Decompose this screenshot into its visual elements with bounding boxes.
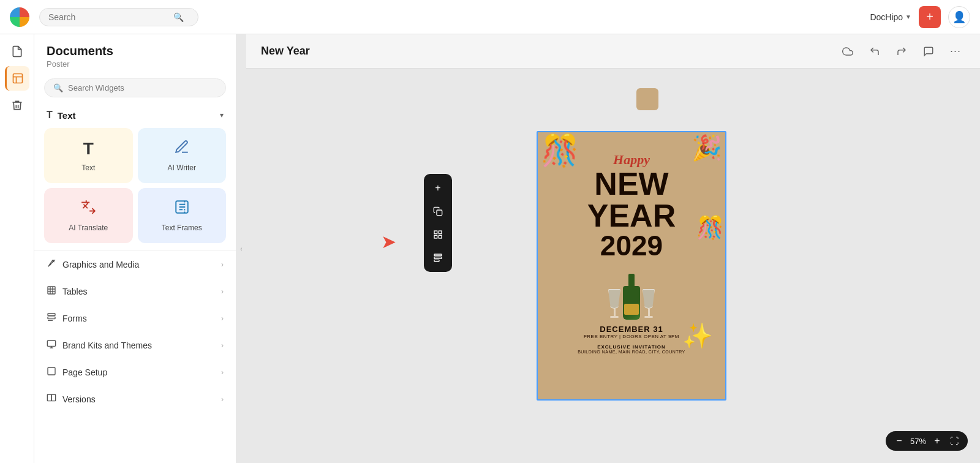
menu-versions[interactable]: Versions ›	[34, 386, 236, 413]
text-section-label: Text	[58, 110, 76, 121]
topbar: 🔍 DocHipo ▼ + 👤	[0, 0, 980, 34]
sidebar-title: Documents	[47, 44, 224, 58]
chevron-right-icon: ›	[221, 260, 224, 269]
search-icon: 🔍	[53, 83, 63, 92]
save-cloud-btn[interactable]	[838, 42, 858, 61]
graphics-icon	[47, 258, 56, 271]
widget-grid: T Text AI Writer	[34, 126, 236, 250]
menu-page-setup[interactable]: Page Setup ›	[34, 359, 236, 386]
svg-rect-17	[47, 394, 51, 401]
menu-tables[interactable]: Tables ›	[34, 278, 236, 305]
zoom-value: 57%	[910, 437, 926, 446]
redo-btn[interactable]	[892, 42, 911, 61]
widget-ai-translate-label: AI Translate	[69, 224, 108, 232]
float-add-btn[interactable]: +	[428, 178, 448, 198]
search-icon: 🔍	[173, 12, 184, 22]
tables-icon	[47, 285, 56, 298]
svg-rect-11	[48, 317, 55, 318]
ribbon-silver: 🎊	[696, 215, 724, 241]
svg-point-4	[50, 264, 50, 265]
brand-icon	[47, 339, 56, 352]
canvas-title: New Year	[261, 45, 833, 58]
float-more-btn[interactable]	[428, 247, 448, 268]
ai-writer-icon	[174, 139, 190, 159]
zoom-in-btn[interactable]: +	[931, 435, 943, 447]
canvas-actions: ···	[838, 42, 965, 61]
zoom-bar: − 57% + ⛶	[886, 431, 968, 451]
canvas-area: New Year	[246, 34, 980, 463]
topbar-right: DocHipo ▼ + 👤	[870, 6, 970, 28]
menu-graphics-label: Graphics and Media	[62, 260, 215, 269]
chevron-right-icon: ›	[221, 287, 224, 296]
comment-btn[interactable]	[919, 42, 938, 61]
menu-forms[interactable]: Forms ›	[34, 305, 236, 332]
undo-btn[interactable]	[865, 42, 884, 61]
svg-rect-26	[434, 260, 439, 262]
firework-icon: ✨	[682, 322, 713, 350]
text-icon: T	[47, 110, 53, 121]
zoom-out-btn[interactable]: −	[893, 435, 905, 447]
poster-wrapper: 🎊 🎉 🎊 Happy NEW YEAR 2029	[537, 131, 726, 401]
float-grid-btn[interactable]	[428, 224, 448, 245]
svg-rect-0	[13, 74, 23, 83]
widget-ai-translate[interactable]: AI Translate	[44, 188, 133, 243]
ai-translate-icon	[80, 199, 96, 219]
collapse-handle[interactable]: ‹	[236, 34, 246, 463]
sidebar-item-trash[interactable]	[5, 93, 29, 118]
widget-text[interactable]: T Text	[44, 128, 133, 183]
ribbon-right: 🎉	[692, 135, 722, 160]
menu-graphics-media[interactable]: Graphics and Media ›	[34, 251, 236, 278]
widget-ai-writer-label: AI Writer	[168, 164, 196, 172]
versions-icon	[47, 393, 56, 405]
sidebar-item-pages[interactable]	[5, 66, 29, 91]
float-copy-btn[interactable]	[428, 201, 448, 222]
widget-text-label: Text	[81, 164, 95, 172]
sidebar-panel: Documents Poster 🔍 T Text ▾ T Text	[34, 34, 236, 463]
poster[interactable]: 🎊 🎉 🎊 Happy NEW YEAR 2029	[537, 131, 726, 401]
champagne-bottle	[623, 274, 640, 320]
svg-rect-13	[47, 341, 55, 346]
fullscreen-btn[interactable]: ⛶	[948, 435, 960, 447]
widget-search[interactable]: 🔍	[44, 78, 226, 97]
search-input[interactable]	[48, 12, 171, 22]
canvas-toolbar: New Year	[246, 34, 980, 69]
chevron-down-icon: ▾	[220, 111, 224, 119]
widget-search-input[interactable]	[68, 83, 217, 92]
text-widget-icon: T	[83, 139, 94, 159]
menu-tables-label: Tables	[62, 287, 215, 296]
widget-text-frames[interactable]: Text Frames	[138, 188, 227, 243]
more-options-btn[interactable]: ···	[946, 42, 965, 61]
user-icon[interactable]: 👤	[948, 6, 970, 28]
widget-text-frames-label: Text Frames	[162, 224, 202, 232]
brand-name[interactable]: DocHipo ▼	[870, 12, 911, 22]
svg-rect-25	[434, 257, 442, 259]
svg-rect-24	[434, 254, 442, 256]
svg-rect-23	[439, 235, 442, 238]
sidebar-item-document[interactable]	[5, 39, 29, 64]
poster-year-text: YEAR	[587, 200, 676, 232]
color-swatch[interactable]	[636, 88, 658, 110]
svg-rect-22	[434, 235, 437, 238]
text-section-header[interactable]: T Text ▾	[34, 105, 236, 126]
poster-address: BUILDING NAME, MAIN ROAD, CITY, COUNTRY	[578, 350, 685, 354]
icon-rail	[0, 34, 34, 463]
svg-rect-18	[51, 394, 56, 401]
poster-date: DECEMBER 31	[600, 325, 663, 334]
chevron-right-icon: ›	[221, 314, 224, 323]
topbar-search[interactable]: 🔍	[39, 8, 198, 26]
add-button[interactable]: +	[919, 6, 941, 28]
chevron-right-icon: ›	[221, 368, 224, 377]
page-setup-icon	[47, 366, 56, 378]
svg-rect-21	[439, 231, 442, 234]
forms-icon	[47, 312, 56, 325]
pointer-arrow: ➤	[381, 231, 396, 252]
glass-left	[608, 289, 620, 320]
menu-brand-kits[interactable]: Brand Kits and Themes ›	[34, 332, 236, 359]
widget-ai-writer[interactable]: AI Writer	[138, 128, 227, 183]
app-logo[interactable]	[10, 7, 29, 27]
poster-entry: FREE ENTRY | DOORS OPEN AT 9PM	[584, 334, 679, 339]
menu-section: Graphics and Media › Tables ›	[34, 250, 236, 413]
sidebar-header: Documents Poster	[34, 34, 236, 71]
svg-rect-16	[48, 367, 55, 375]
main-area: Documents Poster 🔍 T Text ▾ T Text	[0, 34, 980, 463]
